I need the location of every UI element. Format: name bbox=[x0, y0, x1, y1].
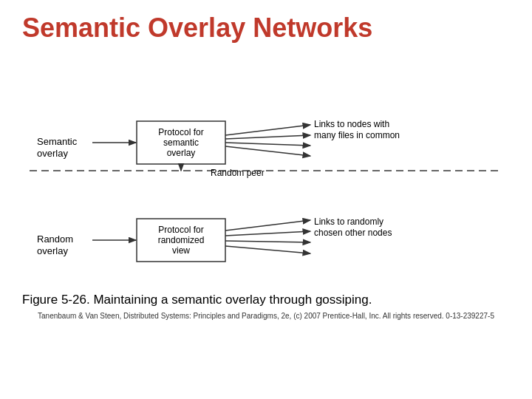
svg-line-13 bbox=[225, 146, 310, 156]
page: Semantic Overlay Networks Semantic overl… bbox=[0, 0, 532, 399]
diagram-svg: Semantic overlay Protocol for semantic o… bbox=[22, 56, 510, 285]
svg-text:overlay: overlay bbox=[167, 148, 196, 158]
svg-text:semantic: semantic bbox=[163, 137, 199, 148]
svg-text:chosen other nodes: chosen other nodes bbox=[314, 228, 392, 238]
figure-caption: Figure 5-26. Maintaining a semantic over… bbox=[22, 293, 510, 307]
svg-text:Random peer: Random peer bbox=[211, 168, 265, 178]
svg-text:Random: Random bbox=[37, 233, 73, 245]
svg-line-11 bbox=[225, 135, 310, 139]
svg-line-24 bbox=[225, 231, 310, 236]
svg-text:many files in common: many files in common bbox=[314, 130, 400, 140]
diagram-area: Semantic overlay Protocol for semantic o… bbox=[22, 56, 510, 392]
svg-text:overlay: overlay bbox=[37, 148, 68, 159]
footer-text: Tanenbaum & Van Steen, Distributed Syste… bbox=[22, 312, 510, 321]
svg-line-23 bbox=[225, 220, 310, 231]
svg-line-26 bbox=[225, 246, 310, 253]
svg-text:view: view bbox=[172, 245, 190, 256]
svg-line-12 bbox=[225, 143, 310, 146]
svg-text:randomized: randomized bbox=[158, 235, 205, 245]
svg-text:Semantic: Semantic bbox=[37, 136, 78, 147]
svg-line-10 bbox=[225, 125, 310, 135]
svg-text:overlay: overlay bbox=[37, 245, 68, 256]
page-title: Semantic Overlay Networks bbox=[22, 13, 510, 43]
svg-text:Links to randomly: Links to randomly bbox=[314, 216, 383, 227]
svg-text:Links to nodes with: Links to nodes with bbox=[314, 119, 389, 129]
svg-text:Protocol for: Protocol for bbox=[158, 127, 203, 137]
svg-line-25 bbox=[225, 241, 310, 242]
svg-text:Protocol for: Protocol for bbox=[158, 225, 203, 235]
